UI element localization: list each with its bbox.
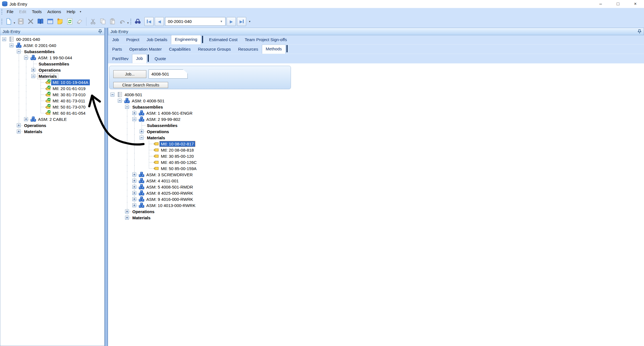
tree-node-label[interactable]: ASM: 1 4008-501-ENGR (145, 110, 194, 116)
tree-node-label[interactable]: ASM: 0 4008-501 (130, 98, 166, 104)
tree-node-label[interactable]: Mtl: 50 81-73-070 (51, 104, 87, 110)
tree-expander-collapse[interactable]: − (125, 105, 129, 109)
tree-node-label[interactable]: Mtl: 20 01-61-019 (51, 86, 87, 91)
nav-prev-button[interactable]: ◀ (155, 17, 164, 26)
tree-expander-collapse[interactable]: − (24, 56, 28, 60)
tree-node-label[interactable]: Mtl: 10 08-02-817 (159, 141, 195, 147)
tree-node-label[interactable]: Mtl: 30 81-73-010 (51, 92, 87, 98)
copy-icon[interactable] (98, 17, 108, 26)
tree-expander-expand[interactable]: + (132, 191, 136, 195)
tab-operation-master[interactable]: Operation Master (126, 45, 165, 54)
tree-expander-expand[interactable]: + (132, 203, 136, 207)
tree-node-label[interactable]: ASM: 0 2001-040 (22, 43, 58, 48)
tree-node-label[interactable]: 4008-501 (123, 92, 144, 98)
tab-job-details[interactable]: Job Details (143, 36, 171, 44)
close-button[interactable]: × (627, 0, 644, 8)
tree-expander-expand[interactable]: + (132, 197, 136, 201)
menu-grip-handle[interactable] (1, 9, 3, 15)
tree-node-label[interactable]: Operations (131, 209, 156, 215)
tree-expander-collapse[interactable]: − (118, 99, 122, 103)
toolbar-overflow-caret[interactable]: ▾ (247, 20, 252, 23)
tab-project[interactable]: Project (123, 36, 143, 44)
tree-expander-expand[interactable]: + (132, 111, 136, 115)
tree-node-label[interactable]: Operations (23, 123, 48, 128)
menu-edit[interactable]: Edit (16, 8, 29, 15)
tree-expander-collapse[interactable]: − (31, 74, 35, 78)
tree-node-label[interactable]: ASM: 4 4011-001 (145, 178, 180, 184)
tree-expander-collapse[interactable]: − (10, 43, 13, 47)
tab-quote[interactable]: Quote (151, 55, 170, 63)
tree-node-label[interactable]: Materials (23, 129, 44, 135)
tree-node-label[interactable]: Subassemblies (23, 49, 56, 55)
tree-node-label[interactable]: Mtl: 50 85-00-159A (159, 166, 198, 171)
tab-team-project-sign-offs[interactable]: Team Project Sign-offs (241, 36, 291, 44)
tab-job[interactable]: Job (109, 36, 123, 44)
tab-methods[interactable]: Methods (262, 44, 286, 54)
tree-node-label[interactable]: ASM: 5 4008-501-RMDR (145, 184, 194, 190)
tree-node-label[interactable]: Materials (131, 215, 152, 221)
search-binoculars-icon[interactable] (133, 17, 143, 26)
save-icon[interactable] (16, 17, 26, 26)
tree-expander-expand[interactable]: + (125, 216, 129, 220)
tree-node-label[interactable]: 00-2001-040 (15, 36, 41, 42)
book-icon[interactable] (36, 17, 45, 26)
tree-expander-expand[interactable]: + (125, 210, 129, 213)
tab-capabilities[interactable]: Capabilities (165, 45, 194, 54)
tree-node-label[interactable]: ASM: 8 4025-000-RWRK (145, 190, 194, 196)
tree-node-label[interactable]: Mtl: 40 81-73-011 (51, 98, 86, 104)
tab-resource-groups[interactable]: Resource Groups (194, 45, 234, 54)
tree-node-label[interactable]: Mtl: 60 81-81-054 (51, 110, 87, 116)
tree-node-label[interactable]: ASM: 2 CABLE (37, 116, 68, 122)
toolbar-dropdown-caret[interactable]: ▾ (127, 18, 130, 24)
calendar-icon[interactable] (45, 17, 55, 26)
tree-node-label[interactable]: ASM: 10 4013-000-RWRK (145, 203, 197, 208)
job-search-button[interactable]: Job... (113, 70, 146, 78)
tree-expander-expand[interactable]: + (132, 179, 136, 183)
refresh-icon[interactable] (65, 17, 75, 26)
maximize-button[interactable]: □ (609, 0, 627, 8)
tree-node-label[interactable]: Operations (37, 67, 62, 73)
tab-parts[interactable]: Parts (109, 45, 126, 54)
eraser-icon[interactable] (75, 17, 84, 26)
tree-node-label[interactable]: ASM: 9 4016-000-RWRK (145, 196, 194, 202)
menu-file[interactable]: File (4, 8, 16, 15)
panel-splitter[interactable] (105, 28, 108, 346)
menu-help[interactable]: Help (64, 8, 78, 15)
tree-node-label[interactable]: Subassemblies (145, 123, 179, 128)
tree-expander-expand[interactable]: + (132, 173, 136, 176)
undo-icon[interactable] (117, 17, 127, 26)
job-search-input[interactable] (149, 69, 188, 79)
combobox-dropdown-icon[interactable]: ▼ (220, 20, 223, 23)
tab-job[interactable]: Job (132, 54, 147, 63)
tree-node-label[interactable]: ASM: 2 99-99-802 (145, 116, 182, 122)
tree-node-label[interactable]: Mtl: 30 85-00-120 (159, 153, 195, 159)
menu-actions[interactable]: Actions (44, 8, 64, 15)
tab-resources[interactable]: Resources (234, 45, 262, 54)
tree-expander-expand[interactable]: + (17, 130, 21, 133)
tab-estimated-cost[interactable]: Estimated Cost (205, 36, 241, 44)
tree-expander-collapse[interactable]: − (2, 37, 6, 41)
delete-icon[interactable] (26, 17, 36, 26)
tree-expander-collapse[interactable]: − (132, 117, 136, 121)
tree-expander-expand[interactable]: + (17, 123, 21, 127)
tree-expander-expand[interactable]: + (132, 185, 136, 189)
menu-tools[interactable]: Tools (29, 8, 44, 15)
tree-node-label[interactable]: Mtl: 10 01-19-044A (51, 79, 90, 85)
minimize-button[interactable]: – (592, 0, 609, 8)
tree-node-label[interactable]: ASM: 3 SCREWDRIVER (145, 172, 194, 178)
nav-next-button[interactable]: ▶ (227, 17, 236, 26)
tree-node-label[interactable]: Subassemblies (37, 61, 70, 67)
tab-part-rev[interactable]: Part/Rev (109, 55, 132, 63)
tree-expander-expand[interactable]: + (140, 130, 144, 133)
clear-search-results-button[interactable]: Clear Search Results (113, 82, 168, 88)
toolbar-grip-handle[interactable] (1, 19, 3, 24)
pin-icon[interactable] (638, 29, 641, 34)
tree-expander-expand[interactable]: + (24, 117, 28, 121)
pin-icon[interactable] (98, 29, 102, 34)
new-document-icon[interactable] (4, 17, 14, 26)
paste-icon[interactable] (108, 17, 117, 26)
tree-node-label[interactable]: Materials (145, 135, 166, 141)
nav-first-button[interactable]: ◀ (144, 17, 154, 26)
tree-expander-collapse[interactable]: − (140, 136, 144, 140)
notes-icon[interactable] (55, 17, 65, 26)
